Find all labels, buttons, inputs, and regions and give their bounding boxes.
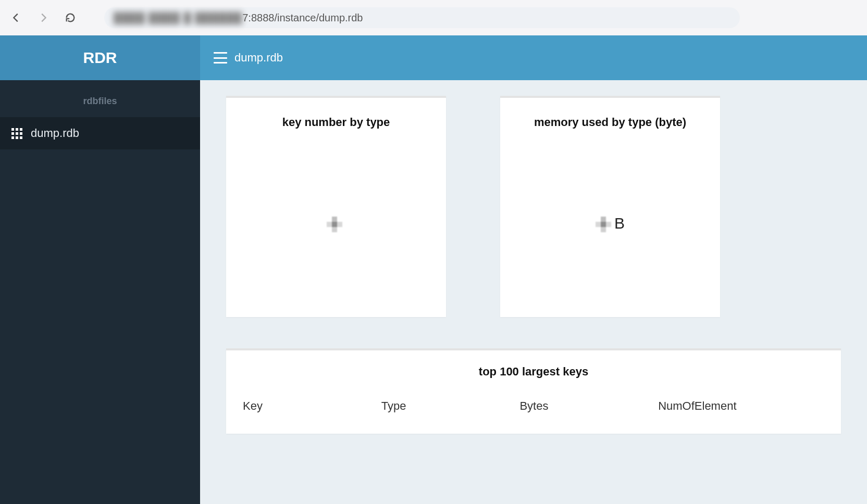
table-col-type: Type: [381, 399, 520, 413]
card-top-keys: top 100 largest keys Key Type Bytes NumO…: [226, 348, 841, 434]
arrow-right-icon: [38, 12, 49, 23]
table-col-bytes: Bytes: [519, 399, 658, 413]
browser-toolbar: ████ ████ █ ██████ 7:8888/instance/dump.…: [0, 0, 867, 35]
topbar: dump.rdb: [200, 35, 867, 80]
obscured-value-icon: [327, 217, 342, 232]
card-body-memory-used: B: [500, 129, 720, 317]
back-button[interactable]: [7, 9, 25, 27]
table-col-key: Key: [243, 399, 381, 413]
topbar-file-label: dump.rdb: [234, 51, 283, 65]
arrow-left-icon: [10, 12, 22, 23]
address-bar[interactable]: ████ ████ █ ██████ 7:8888/instance/dump.…: [104, 7, 740, 28]
url-visible: 7:8888/instance/dump.rdb: [242, 12, 363, 24]
card-memory-used: memory used by type (byte) B: [500, 96, 720, 317]
forward-button[interactable]: [34, 9, 52, 27]
card-value-suffix: B: [614, 215, 625, 232]
sidebar-item-label: dump.rdb: [31, 127, 79, 140]
obscured-value-icon: [596, 217, 611, 232]
card-key-number: key number by type: [226, 96, 446, 317]
brand-title[interactable]: RDR: [0, 35, 200, 80]
card-title-key-number: key number by type: [282, 116, 390, 129]
sidebar: rdbfiles dump.rdb: [0, 80, 200, 504]
grid-icon: [11, 128, 22, 139]
hamburger-icon[interactable]: [214, 52, 227, 64]
card-body-key-number: [226, 129, 446, 317]
app-header: RDR dump.rdb: [0, 35, 867, 80]
table-col-num: NumOfElement: [658, 399, 824, 413]
reload-icon: [65, 12, 76, 23]
card-title-top-keys: top 100 largest keys: [242, 365, 825, 379]
table-header: Key Type Bytes NumOfElement: [242, 399, 825, 413]
card-title-memory-used: memory used by type (byte): [534, 116, 686, 129]
main-content: key number by type memory used by type (…: [200, 80, 867, 504]
sidebar-item-dump[interactable]: dump.rdb: [0, 117, 200, 149]
sidebar-section-label: rdbfiles: [0, 82, 200, 117]
url-obscured: ████ ████ █ ██████: [114, 12, 242, 24]
reload-button[interactable]: [61, 9, 79, 27]
